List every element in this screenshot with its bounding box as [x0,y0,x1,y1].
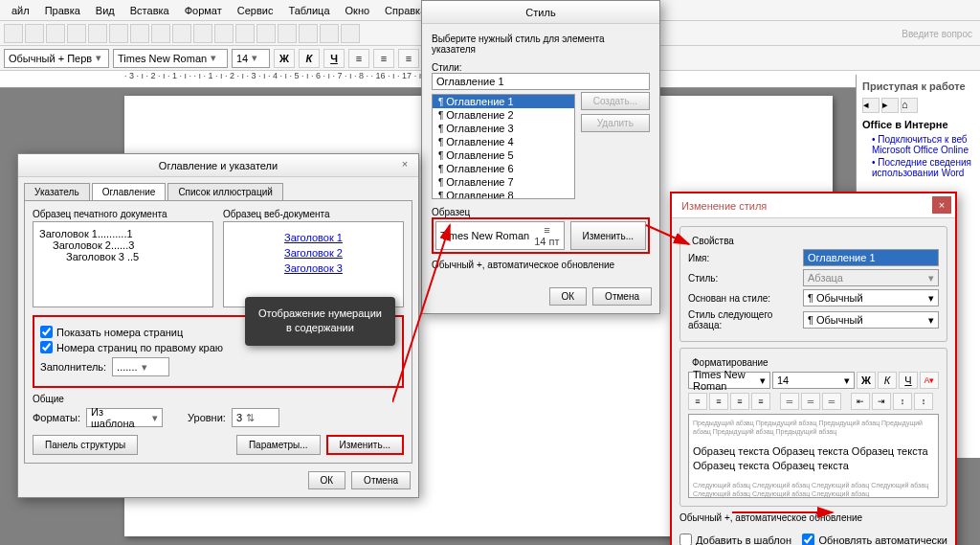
copy-icon[interactable] [151,24,170,43]
style-item-8[interactable]: ¶ Оглавление 8 [433,189,574,199]
paste-icon[interactable] [172,24,191,43]
mod-line2-icon[interactable]: ═ [822,393,841,410]
menu-edit[interactable]: Правка [37,5,88,16]
style-delete-button[interactable]: Удалить [581,114,650,132]
toc-cancel-button[interactable]: Отмена [351,471,411,489]
style-desc: Обычный +, автоматическое обновление [432,260,650,270]
style-item-6[interactable]: ¶ Оглавление 6 [433,162,574,175]
params-button[interactable]: Параметры... [236,435,321,455]
menu-view[interactable]: Вид [88,5,122,16]
mod-indent-dec-icon[interactable]: ⇤ [851,393,870,410]
cut-icon[interactable] [130,24,149,43]
spell-icon[interactable] [109,24,128,43]
style-cancel-button[interactable]: Отмена [592,287,652,306]
structure-button[interactable]: Панель структуры [33,435,138,455]
toc-ok-button[interactable]: ОК [308,471,346,489]
tp-fwd-icon[interactable]: ▸ [881,98,899,113]
show-icon[interactable] [341,24,360,43]
style-item-1[interactable]: ¶ Оглавление 1 [433,95,574,108]
style-item-4[interactable]: ¶ Оглавление 4 [433,135,574,148]
save-icon[interactable] [46,24,65,43]
print-icon[interactable] [67,24,86,43]
tp-back-icon[interactable]: ◂ [862,98,880,113]
new-icon[interactable] [4,24,23,43]
font-combo[interactable]: Times New Roman▾ [113,49,228,68]
next-style-combo[interactable]: ¶ Обычный▾ [803,311,939,329]
modify-title: Изменение стиля [672,193,955,218]
redo-icon[interactable] [214,24,234,43]
columns-icon[interactable] [278,24,297,43]
tab-index[interactable]: Указатель [24,183,90,200]
bold-icon[interactable]: Ж [274,49,295,68]
style-ok-button[interactable]: ОК [549,287,588,306]
formats-combo[interactable]: Из шаблона▾ [86,408,163,427]
toc-close-icon[interactable]: × [397,158,412,173]
sample-box: Times New Roman ≡14 пт [435,221,565,250]
drawing-icon[interactable] [299,24,318,43]
underline-icon[interactable]: Ч [323,49,345,68]
style-item-2[interactable]: ¶ Оглавление 2 [433,108,574,122]
add-template-checkbox[interactable] [679,534,692,545]
align-center-icon[interactable]: ≡ [373,49,394,68]
menu-file[interactable]: айл [4,5,37,16]
menu-format[interactable]: Формат [177,5,230,16]
menu-insert[interactable]: Вставка [122,5,177,16]
table-icon[interactable] [256,24,276,43]
menu-tools[interactable]: Сервис [230,5,281,16]
menu-table[interactable]: Таблица [280,5,337,16]
align-left-icon[interactable]: ≡ [348,49,369,68]
mod-underline-icon[interactable]: Ч [899,372,918,389]
toc-modify-button[interactable]: Изменить... [326,435,404,455]
mod-indent-inc-icon[interactable]: ⇥ [872,393,891,410]
right-align-checkbox[interactable] [40,341,53,353]
mod-line15-icon[interactable]: ═ [801,393,820,410]
tp-home-icon[interactable]: ⌂ [901,98,918,113]
mod-space-before-icon[interactable]: ↕ [893,393,912,410]
size-combo[interactable]: 14▾ [232,49,270,68]
mod-align-left-icon[interactable]: ≡ [688,393,707,410]
name-field[interactable]: Оглавление 1 [803,249,939,266]
mod-align-center-icon[interactable]: ≡ [709,393,728,410]
style-type-field: Абзаца▾ [803,269,939,286]
filler-combo[interactable]: .......▾ [112,357,169,376]
align-right-icon[interactable]: ≡ [398,49,419,68]
show-pages-checkbox[interactable] [40,326,53,338]
styles-label: Стили: [432,62,650,73]
style-list[interactable]: ¶ Оглавление 1 ¶ Оглавление 2 ¶ Оглавлен… [432,94,575,199]
style-item-7[interactable]: ¶ Оглавление 7 [433,175,574,189]
web-preview: Заголовок 1 Заголовок 2 Заголовок 3 [223,221,404,307]
ask-question[interactable]: Введите вопрос [902,29,972,39]
modify-style-dialog: Изменение стиля × Свойства Имя:Оглавлени… [670,192,957,545]
preview-icon[interactable] [88,24,107,43]
mod-color-icon[interactable]: A▾ [920,372,939,389]
levels-spinner[interactable]: 3⇅ [232,408,279,427]
style-current[interactable]: Оглавление 1 [432,73,650,90]
map-icon[interactable] [320,24,339,43]
tp-link-1[interactable]: Подключиться к веб Microsoft Office Onli… [872,134,974,155]
open-icon[interactable] [25,24,44,43]
style-item-3[interactable]: ¶ Оглавление 3 [433,122,574,135]
mod-align-right-icon[interactable]: ≡ [730,393,749,410]
tab-figures[interactable]: Список иллюстраций [167,183,282,200]
mod-font-combo[interactable]: Times New Roman▾ [688,372,770,389]
mod-size-combo[interactable]: 14▾ [772,372,855,389]
mod-bold-icon[interactable]: Ж [857,372,876,389]
tp-link-2[interactable]: Последние сведения использовании Word [872,157,974,178]
modify-close-icon[interactable]: × [932,196,951,214]
mod-italic-icon[interactable]: К [878,372,897,389]
link-icon[interactable] [235,24,255,43]
style-combo[interactable]: Обычный + Перв▾ [4,49,109,68]
style-modify-button[interactable]: Изменить... [570,221,646,250]
auto-update-checkbox[interactable] [802,534,814,545]
italic-icon[interactable]: К [299,49,320,68]
based-on-combo[interactable]: ¶ Обычный▾ [803,289,939,307]
props-label: Свойства [688,236,738,246]
menu-window[interactable]: Окно [338,5,378,16]
style-create-button[interactable]: Создать... [581,92,650,110]
tab-toc[interactable]: Оглавление [92,183,167,200]
mod-line1-icon[interactable]: ═ [780,393,799,410]
style-item-5[interactable]: ¶ Оглавление 5 [433,148,574,162]
mod-space-after-icon[interactable]: ↕ [914,393,933,410]
mod-justify-icon[interactable]: ≡ [751,393,770,410]
undo-icon[interactable] [193,24,212,43]
